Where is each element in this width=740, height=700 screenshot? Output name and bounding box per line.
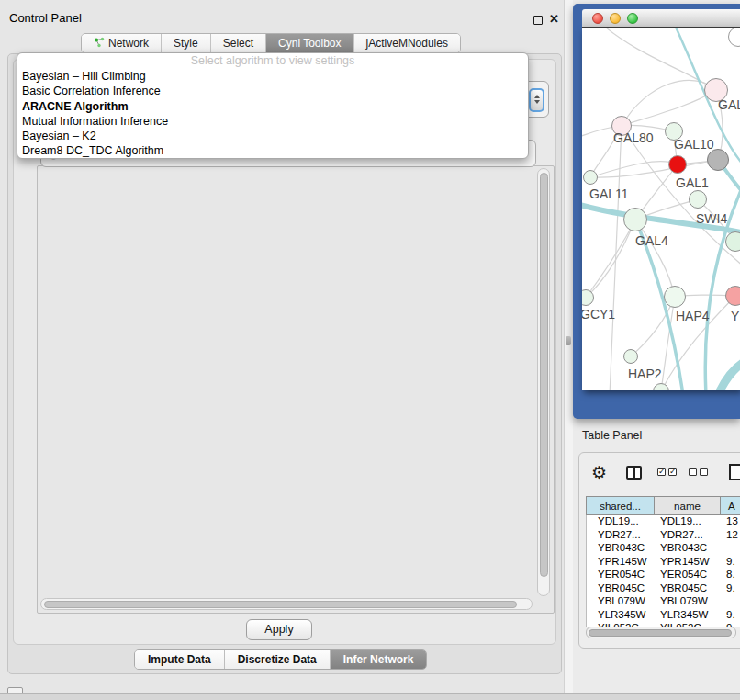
tab-label: Impute Data [148,653,211,666]
close-icon[interactable]: ✕ [549,12,559,26]
table-horizontal-scrollbar[interactable] [586,627,736,638]
tab-label: Cyni Toolbox [278,37,341,50]
tab-label: Select [223,37,253,50]
node-label: GAL80 [613,130,654,145]
minimize-traffic-light-icon[interactable] [610,13,621,24]
scrollbar-thumb[interactable] [44,601,517,608]
network-window-titlebar[interactable] [582,9,740,28]
node-label: HAP4 [676,309,710,323]
settings-horizontal-scrollbar[interactable] [40,598,533,610]
unchecked-checkbox-icon[interactable] [700,468,708,476]
table-cell: YLR345W [655,609,721,623]
network-node-gal11[interactable] [583,170,598,185]
network-icon [94,37,105,51]
node-label: GCY1 [582,307,615,322]
table-cell: YBR045C [655,582,721,596]
settings-vertical-scrollbar[interactable] [537,168,550,596]
table-cell: YDL19... [587,515,655,529]
float-window-icon[interactable] [533,16,543,25]
table-cell: 9. [721,609,740,623]
network-node-gal4[interactable] [623,208,647,231]
table-header-row: shared...nameA [586,496,740,515]
algorithm-option[interactable]: ARACNE Algorithm [17,99,528,114]
checked-checkbox-icon[interactable]: ✓ [657,468,666,476]
scrollbar-thumb[interactable] [589,629,732,637]
tab-jactivemnodules[interactable]: jActiveMNodules [354,34,460,52]
table-cell: 9. [721,556,740,570]
tab-cyni-toolbox[interactable]: Cyni Toolbox [266,34,353,52]
table-row[interactable]: YDR27...YDR27...12 [587,529,740,543]
zoom-traffic-light-icon[interactable] [627,13,638,24]
tab-network[interactable]: Network [82,34,162,52]
tab-label: Style [174,37,198,50]
network-node-swi4[interactable] [689,190,707,209]
network-node-gal1[interactable] [668,155,687,174]
bottom-tabbar: Impute Data Discretize Data Infer Networ… [134,649,427,670]
algorithm-dropdown-popup: Select algorithm to view settings Bayesi… [17,52,529,159]
network-node-hap2[interactable] [623,349,638,364]
tab-infer-network[interactable]: Infer Network [331,650,427,669]
tab-label: Infer Network [343,653,414,666]
splitter-grip[interactable] [566,336,571,345]
algorithm-option[interactable]: Basic Correlation Inference [17,84,528,98]
node-label: GAL [718,97,740,112]
network-node-y[interactable] [725,286,740,306]
table-cell [721,542,740,556]
settings-scroll-area [37,165,555,614]
table-row[interactable]: YBR043CYBR043C [587,542,740,556]
document-icon[interactable] [729,464,740,480]
close-traffic-light-icon[interactable] [592,13,603,24]
columns-icon[interactable] [626,466,642,480]
table-row[interactable]: YBR045CYBR045C9. [587,582,740,596]
algorithm-dropdown-placeholder: Select algorithm to view settings [17,53,528,69]
unchecked-checkbox-icon[interactable] [689,468,697,476]
table-row[interactable]: YLR345WYLR345W9. [587,609,740,623]
checked-checkbox-icon[interactable]: ✓ [668,468,677,476]
table-column-header[interactable]: shared... [586,496,654,515]
table-column-header[interactable]: A [720,496,740,515]
table-cell: 9. [721,582,740,596]
table-body: YDL19...YDL19...13YDR27...YDR27...12YBR0… [586,515,740,627]
algorithm-option[interactable]: Bayesian – Hill Climbing [17,69,528,84]
node-label: GAL4 [635,233,668,248]
table-row[interactable]: YBL079WYBL079W [587,595,740,609]
tab-impute-data[interactable]: Impute Data [135,650,225,669]
table-row[interactable]: YER054CYER054C8. [587,569,740,582]
control-panel-tabbar: Network Style Select Cyni Toolbox jActiv… [81,33,461,53]
table-row[interactable]: YPR145WYPR145W9. [587,556,740,570]
algorithm-option[interactable]: Dream8 DC_TDC Algorithm [17,143,528,158]
tab-select[interactable]: Select [211,34,266,52]
algorithm-option[interactable]: Bayesian – K2 [17,129,528,143]
table-cell: YPR145W [587,556,655,570]
table-cell: YDR27... [587,529,655,543]
table-cell: 12 [721,529,740,543]
node-label: Y [731,309,739,323]
table-row[interactable]: YDL19...YDL19...13 [587,515,740,529]
apply-button[interactable]: Apply [246,619,312,640]
gear-icon[interactable]: ⚙ [591,462,607,482]
scrollbar-thumb[interactable] [540,173,548,577]
network-node-hap4[interactable] [664,286,686,308]
network-canvas[interactable]: GALGAL80GAL10GAL1SWI4GAL11GAL4GCY1HAP4YH… [582,28,740,390]
panel-splitter[interactable] [564,0,573,693]
control-panel: Control Panel ✕ Network Style Select Cyn… [0,0,564,693]
table-panel-header: Table Panel [573,421,740,448]
network-node[interactable] [707,149,729,171]
table-cell: YDL19... [655,515,721,529]
panel-title: Control Panel [9,11,82,25]
algorithm-option[interactable]: Mutual Information Inference [17,114,528,129]
table-cell: YBL079W [587,595,655,609]
tab-label: Discretize Data [238,653,317,666]
tab-style[interactable]: Style [162,34,211,52]
node-label: SWI4 [696,211,727,226]
node-label: GAL11 [589,186,629,201]
tab-label: Network [108,37,149,50]
table-column-header[interactable]: name [654,496,720,515]
table-cell: YLR345W [587,609,655,623]
table-cell: YDR27... [655,529,721,543]
table-cell: YPR145W [655,556,721,570]
bottom-status-bar [0,693,740,700]
focused-combo-button[interactable] [529,88,544,112]
network-node[interactable] [725,231,740,252]
tab-discretize-data[interactable]: Discretize Data [225,650,331,669]
